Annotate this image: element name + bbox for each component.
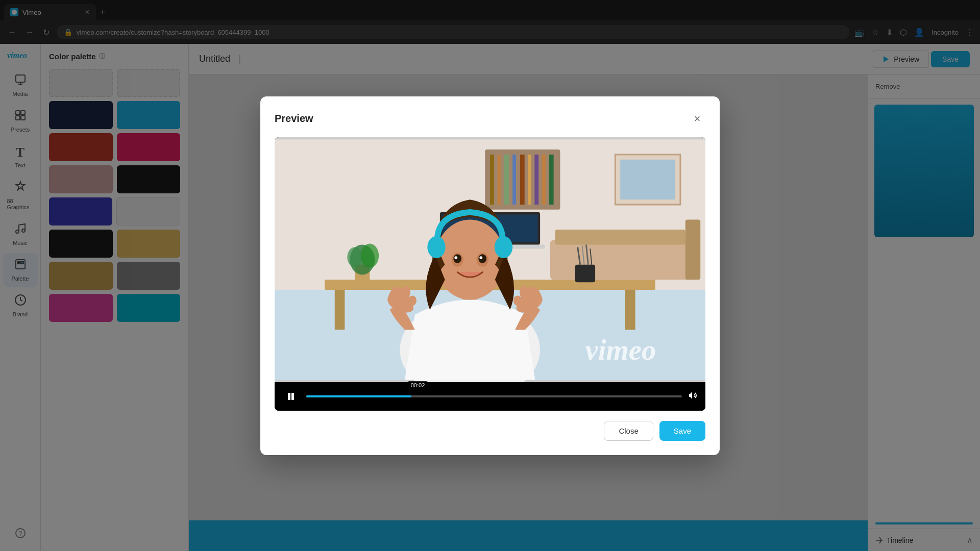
svg-rect-26 — [534, 154, 538, 204]
svg-rect-37 — [550, 239, 691, 280]
svg-rect-27 — [542, 154, 546, 204]
svg-rect-62 — [291, 393, 294, 400]
svg-rect-24 — [520, 154, 525, 204]
pause-button[interactable] — [282, 387, 300, 406]
svg-rect-25 — [528, 154, 531, 204]
svg-point-46 — [478, 254, 486, 263]
svg-text:vimeo: vimeo — [585, 334, 656, 366]
svg-rect-38 — [555, 230, 685, 244]
progress-bar-container[interactable]: 00:02 — [306, 395, 682, 397]
svg-point-47 — [454, 256, 457, 259]
svg-rect-61 — [288, 393, 290, 400]
svg-rect-39 — [685, 219, 700, 280]
save-button-modal[interactable]: Save — [659, 421, 705, 441]
svg-point-54 — [347, 247, 362, 267]
svg-point-42 — [435, 219, 505, 299]
svg-rect-56 — [575, 264, 595, 282]
progress-fill — [306, 395, 411, 397]
volume-button[interactable] — [688, 390, 698, 403]
preview-modal: Preview × — [260, 96, 720, 455]
svg-point-49 — [427, 236, 445, 258]
time-tooltip: 00:02 — [408, 381, 428, 389]
svg-rect-22 — [504, 154, 509, 204]
video-thumbnail: vimeo — [275, 137, 705, 382]
svg-point-45 — [453, 254, 461, 263]
close-button[interactable]: Close — [604, 421, 653, 441]
svg-rect-33 — [625, 289, 635, 330]
video-frame: vimeo — [275, 137, 705, 382]
svg-rect-32 — [335, 289, 345, 330]
modal-close-button[interactable]: × — [689, 111, 705, 127]
modal-overlay[interactable]: Preview × — [0, 0, 980, 551]
svg-point-55 — [361, 243, 379, 267]
modal-header: Preview × — [275, 111, 705, 127]
svg-rect-21 — [498, 154, 501, 204]
modal-footer: Close Save — [275, 421, 705, 441]
video-controls: 00:02 — [275, 382, 705, 411]
modal-title: Preview — [275, 113, 313, 124]
video-player: vimeo — [275, 137, 705, 411]
svg-rect-23 — [512, 154, 516, 204]
svg-point-50 — [495, 236, 512, 258]
progress-bar[interactable]: 00:02 — [306, 395, 682, 397]
svg-point-48 — [479, 256, 482, 259]
svg-rect-28 — [549, 154, 554, 204]
svg-rect-30 — [620, 159, 675, 199]
svg-rect-20 — [490, 154, 494, 204]
